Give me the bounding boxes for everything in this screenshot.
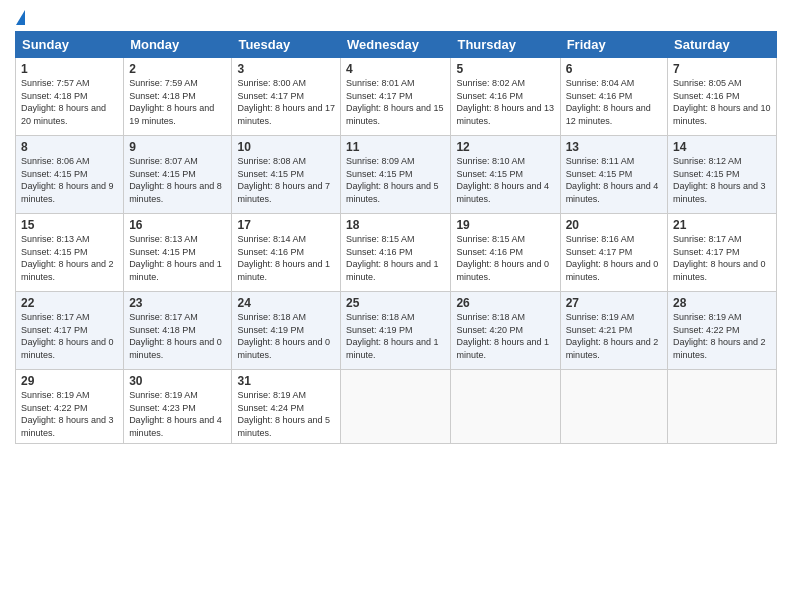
- day-number: 12: [456, 140, 554, 154]
- day-number: 22: [21, 296, 118, 310]
- calendar-cell: 17 Sunrise: 8:14 AM Sunset: 4:16 PM Dayl…: [232, 214, 341, 292]
- calendar-cell: 15 Sunrise: 8:13 AM Sunset: 4:15 PM Dayl…: [16, 214, 124, 292]
- calendar-cell: 16 Sunrise: 8:13 AM Sunset: 4:15 PM Dayl…: [124, 214, 232, 292]
- day-info: Sunrise: 8:19 AM Sunset: 4:21 PM Dayligh…: [566, 311, 662, 361]
- day-number: 3: [237, 62, 335, 76]
- calendar-cell: 20 Sunrise: 8:16 AM Sunset: 4:17 PM Dayl…: [560, 214, 667, 292]
- day-info: Sunrise: 8:13 AM Sunset: 4:15 PM Dayligh…: [129, 233, 226, 283]
- day-info: Sunrise: 8:09 AM Sunset: 4:15 PM Dayligh…: [346, 155, 445, 205]
- day-info: Sunrise: 8:11 AM Sunset: 4:15 PM Dayligh…: [566, 155, 662, 205]
- header: [15, 10, 777, 23]
- day-info: Sunrise: 8:14 AM Sunset: 4:16 PM Dayligh…: [237, 233, 335, 283]
- calendar-cell: 19 Sunrise: 8:15 AM Sunset: 4:16 PM Dayl…: [451, 214, 560, 292]
- calendar-cell: 8 Sunrise: 8:06 AM Sunset: 4:15 PM Dayli…: [16, 136, 124, 214]
- day-number: 7: [673, 62, 771, 76]
- logo-triangle-icon: [16, 10, 25, 25]
- day-number: 6: [566, 62, 662, 76]
- calendar-cell: [668, 370, 777, 444]
- day-info: Sunrise: 8:19 AM Sunset: 4:22 PM Dayligh…: [673, 311, 771, 361]
- day-info: Sunrise: 8:19 AM Sunset: 4:22 PM Dayligh…: [21, 389, 118, 439]
- day-number: 9: [129, 140, 226, 154]
- day-number: 24: [237, 296, 335, 310]
- calendar-cell: 9 Sunrise: 8:07 AM Sunset: 4:15 PM Dayli…: [124, 136, 232, 214]
- day-number: 26: [456, 296, 554, 310]
- day-info: Sunrise: 8:00 AM Sunset: 4:17 PM Dayligh…: [237, 77, 335, 127]
- day-number: 4: [346, 62, 445, 76]
- logo: [15, 10, 25, 23]
- day-info: Sunrise: 7:57 AM Sunset: 4:18 PM Dayligh…: [21, 77, 118, 127]
- day-number: 31: [237, 374, 335, 388]
- calendar-cell: 26 Sunrise: 8:18 AM Sunset: 4:20 PM Dayl…: [451, 292, 560, 370]
- day-info: Sunrise: 8:19 AM Sunset: 4:23 PM Dayligh…: [129, 389, 226, 439]
- calendar: SundayMondayTuesdayWednesdayThursdayFrid…: [15, 31, 777, 444]
- calendar-cell: 2 Sunrise: 7:59 AM Sunset: 4:18 PM Dayli…: [124, 58, 232, 136]
- day-number: 14: [673, 140, 771, 154]
- calendar-cell: 11 Sunrise: 8:09 AM Sunset: 4:15 PM Dayl…: [341, 136, 451, 214]
- day-number: 11: [346, 140, 445, 154]
- calendar-cell: 5 Sunrise: 8:02 AM Sunset: 4:16 PM Dayli…: [451, 58, 560, 136]
- day-info: Sunrise: 8:08 AM Sunset: 4:15 PM Dayligh…: [237, 155, 335, 205]
- header-tuesday: Tuesday: [232, 32, 341, 58]
- calendar-cell: 23 Sunrise: 8:17 AM Sunset: 4:18 PM Dayl…: [124, 292, 232, 370]
- header-wednesday: Wednesday: [341, 32, 451, 58]
- day-number: 19: [456, 218, 554, 232]
- day-info: Sunrise: 8:06 AM Sunset: 4:15 PM Dayligh…: [21, 155, 118, 205]
- calendar-cell: 18 Sunrise: 8:15 AM Sunset: 4:16 PM Dayl…: [341, 214, 451, 292]
- calendar-cell: 30 Sunrise: 8:19 AM Sunset: 4:23 PM Dayl…: [124, 370, 232, 444]
- calendar-cell: 27 Sunrise: 8:19 AM Sunset: 4:21 PM Dayl…: [560, 292, 667, 370]
- calendar-cell: 28 Sunrise: 8:19 AM Sunset: 4:22 PM Dayl…: [668, 292, 777, 370]
- day-info: Sunrise: 8:13 AM Sunset: 4:15 PM Dayligh…: [21, 233, 118, 283]
- day-info: Sunrise: 8:17 AM Sunset: 4:17 PM Dayligh…: [21, 311, 118, 361]
- calendar-cell: 13 Sunrise: 8:11 AM Sunset: 4:15 PM Dayl…: [560, 136, 667, 214]
- day-info: Sunrise: 8:18 AM Sunset: 4:19 PM Dayligh…: [237, 311, 335, 361]
- calendar-cell: [560, 370, 667, 444]
- day-number: 21: [673, 218, 771, 232]
- calendar-cell: 7 Sunrise: 8:05 AM Sunset: 4:16 PM Dayli…: [668, 58, 777, 136]
- day-number: 23: [129, 296, 226, 310]
- day-info: Sunrise: 8:19 AM Sunset: 4:24 PM Dayligh…: [237, 389, 335, 439]
- calendar-cell: [451, 370, 560, 444]
- day-info: Sunrise: 8:04 AM Sunset: 4:16 PM Dayligh…: [566, 77, 662, 127]
- page: SundayMondayTuesdayWednesdayThursdayFrid…: [0, 0, 792, 612]
- calendar-cell: 14 Sunrise: 8:12 AM Sunset: 4:15 PM Dayl…: [668, 136, 777, 214]
- day-info: Sunrise: 8:18 AM Sunset: 4:19 PM Dayligh…: [346, 311, 445, 361]
- day-info: Sunrise: 8:02 AM Sunset: 4:16 PM Dayligh…: [456, 77, 554, 127]
- day-info: Sunrise: 8:18 AM Sunset: 4:20 PM Dayligh…: [456, 311, 554, 361]
- day-number: 16: [129, 218, 226, 232]
- header-thursday: Thursday: [451, 32, 560, 58]
- day-number: 13: [566, 140, 662, 154]
- day-number: 5: [456, 62, 554, 76]
- header-saturday: Saturday: [668, 32, 777, 58]
- day-number: 28: [673, 296, 771, 310]
- calendar-cell: 21 Sunrise: 8:17 AM Sunset: 4:17 PM Dayl…: [668, 214, 777, 292]
- day-number: 15: [21, 218, 118, 232]
- header-friday: Friday: [560, 32, 667, 58]
- day-info: Sunrise: 8:15 AM Sunset: 4:16 PM Dayligh…: [456, 233, 554, 283]
- day-info: Sunrise: 8:16 AM Sunset: 4:17 PM Dayligh…: [566, 233, 662, 283]
- day-info: Sunrise: 8:12 AM Sunset: 4:15 PM Dayligh…: [673, 155, 771, 205]
- calendar-cell: 6 Sunrise: 8:04 AM Sunset: 4:16 PM Dayli…: [560, 58, 667, 136]
- day-number: 8: [21, 140, 118, 154]
- day-info: Sunrise: 8:05 AM Sunset: 4:16 PM Dayligh…: [673, 77, 771, 127]
- day-info: Sunrise: 7:59 AM Sunset: 4:18 PM Dayligh…: [129, 77, 226, 127]
- day-number: 1: [21, 62, 118, 76]
- day-number: 17: [237, 218, 335, 232]
- header-sunday: Sunday: [16, 32, 124, 58]
- day-number: 20: [566, 218, 662, 232]
- day-info: Sunrise: 8:17 AM Sunset: 4:18 PM Dayligh…: [129, 311, 226, 361]
- day-number: 25: [346, 296, 445, 310]
- day-info: Sunrise: 8:15 AM Sunset: 4:16 PM Dayligh…: [346, 233, 445, 283]
- day-number: 30: [129, 374, 226, 388]
- day-number: 29: [21, 374, 118, 388]
- day-info: Sunrise: 8:01 AM Sunset: 4:17 PM Dayligh…: [346, 77, 445, 127]
- calendar-cell: 29 Sunrise: 8:19 AM Sunset: 4:22 PM Dayl…: [16, 370, 124, 444]
- calendar-cell: [341, 370, 451, 444]
- day-info: Sunrise: 8:07 AM Sunset: 4:15 PM Dayligh…: [129, 155, 226, 205]
- calendar-cell: 25 Sunrise: 8:18 AM Sunset: 4:19 PM Dayl…: [341, 292, 451, 370]
- day-number: 10: [237, 140, 335, 154]
- calendar-cell: 4 Sunrise: 8:01 AM Sunset: 4:17 PM Dayli…: [341, 58, 451, 136]
- day-info: Sunrise: 8:10 AM Sunset: 4:15 PM Dayligh…: [456, 155, 554, 205]
- calendar-cell: 24 Sunrise: 8:18 AM Sunset: 4:19 PM Dayl…: [232, 292, 341, 370]
- day-number: 18: [346, 218, 445, 232]
- calendar-cell: 3 Sunrise: 8:00 AM Sunset: 4:17 PM Dayli…: [232, 58, 341, 136]
